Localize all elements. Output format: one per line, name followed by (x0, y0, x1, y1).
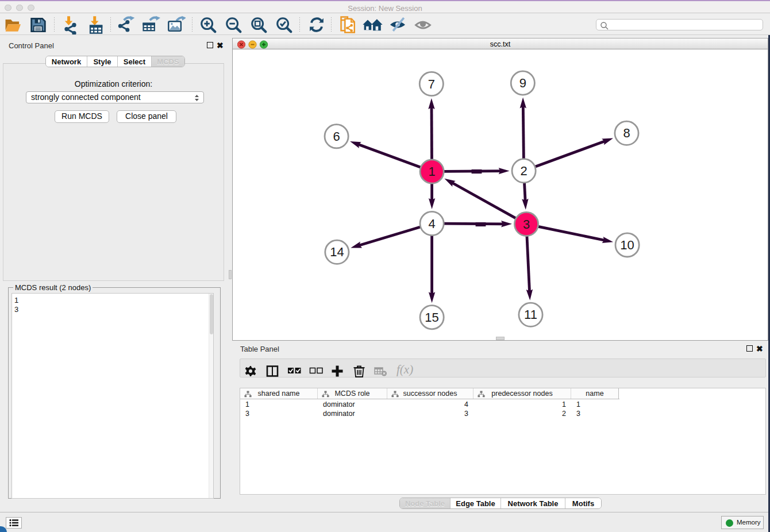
svg-text:8: 8 (623, 126, 630, 140)
svg-text:14: 14 (330, 245, 344, 259)
svg-text:15: 15 (425, 310, 438, 325)
svg-text:11: 11 (524, 307, 537, 322)
svg-text:2: 2 (520, 164, 527, 178)
svg-text:3: 3 (523, 217, 530, 232)
svg-text:7: 7 (428, 77, 435, 91)
svg-text:4: 4 (428, 217, 435, 231)
svg-text:9: 9 (519, 76, 526, 90)
svg-text:10: 10 (620, 238, 634, 252)
svg-text:1: 1 (428, 164, 435, 179)
svg-text:6: 6 (333, 129, 340, 144)
